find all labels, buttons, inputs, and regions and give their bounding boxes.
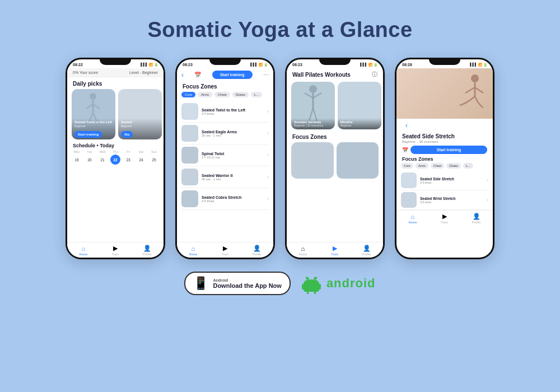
exercise-item-1[interactable]: Seated Twist to the Left 3-5 times ›	[181, 101, 269, 123]
tag-more-4[interactable]: L...	[463, 163, 473, 169]
train-icon: ▶	[113, 245, 118, 252]
ex-info-2: Seated Eagle Arms 30 sec - 1 min	[202, 130, 264, 137]
android-label: android	[326, 276, 376, 291]
svg-point-0	[90, 93, 96, 100]
phone-1-content: 0% Your score Level - Beginner Daily pic…	[67, 68, 164, 242]
pick-card-1-btn[interactable]: Start training	[74, 131, 102, 138]
pick-card-2-btn[interactable]: Sta	[121, 131, 133, 138]
featured-card-2[interactable]: Mindful Beginner	[338, 82, 381, 129]
cal-date-23[interactable]: 23	[123, 155, 133, 165]
nav-home-2[interactable]: ⌂ Home	[189, 245, 198, 256]
nav-train-3[interactable]: ▶ Train	[331, 245, 338, 256]
wall-pilates-header: Wall Pilates Workouts	[292, 72, 351, 78]
bottom-section: 📱 Android Download the App Now android	[184, 272, 375, 295]
phone-3: 08:23 ▌▌▌ 📶 🔋 Wall Pilates Workouts ⓘ	[285, 58, 385, 259]
more-icon-2[interactable]: ⋯	[263, 72, 269, 78]
phone-notch-3	[319, 59, 351, 65]
tag-chest[interactable]: Chest	[214, 92, 230, 97]
ex-info-4-1: Seated Side Stretch 3-5 times	[420, 177, 483, 184]
focus-zones-label-4: Focus Zones	[396, 155, 493, 163]
phone-4-nav: ⌂ Home ▶ Train 👤 Profile	[396, 210, 493, 226]
nav-train-label-2: Train	[221, 253, 228, 256]
exercise-item-5[interactable]: Seated Cobra Stretch 3-5 times ›	[181, 188, 269, 210]
ex-title-4-2: Seated Wrist Stretch	[420, 197, 483, 200]
status-icons-3: ▌▌▌ 📶 🔋	[360, 63, 377, 67]
ex-title-5: Seated Cobra Stretch	[202, 195, 264, 199]
exercise-item-4[interactable]: Seated Warrior II 30 sec - 1 min ›	[181, 166, 269, 188]
nav-profile-2[interactable]: 👤 Profile	[253, 245, 262, 256]
tag-more[interactable]: L...	[251, 92, 262, 97]
back-btn-4-wrap: ‹	[396, 119, 493, 130]
back-btn-2[interactable]: ‹	[181, 71, 184, 79]
cal-date-20[interactable]: 20	[85, 155, 95, 165]
nav-home-label-2: Home	[189, 253, 198, 256]
ex-sub-1: 3-5 times	[202, 112, 264, 115]
wifi-icon-3: 📶	[368, 63, 372, 67]
ex-title-1: Seated Twist to the Left	[202, 108, 264, 112]
nav-profile-4[interactable]: 👤 Profile	[472, 213, 481, 224]
app-download-btn[interactable]: 📱 Android Download the App Now	[184, 272, 290, 295]
start-training-btn-2[interactable]: Start training	[212, 71, 253, 79]
pick-card-2[interactable]: Seated Beginner Sta	[118, 89, 162, 139]
nav-train-2[interactable]: ▶ Train	[221, 245, 228, 256]
chevron-icon-5: ›	[267, 196, 269, 202]
ex-sub-4-1: 3-5 times	[420, 181, 483, 184]
level-text: Level - Beginner	[129, 71, 158, 74]
tag-core-4[interactable]: Core	[401, 163, 413, 169]
nav-train-label-1: Train	[111, 253, 118, 256]
exercise-item-4-1[interactable]: Seated Side Stretch 3-5 times ›	[401, 171, 488, 190]
tag-arms-4[interactable]: Arms	[416, 163, 428, 169]
cal-date-24[interactable]: 24	[136, 155, 146, 165]
time-2: 08:23	[183, 63, 193, 67]
cal-date-22[interactable]: 22	[110, 155, 120, 165]
time-1: 08:22	[73, 63, 83, 67]
focus-card-1[interactable]	[291, 142, 334, 179]
start-training-btn-4[interactable]: Start training	[410, 146, 487, 154]
phone-notch-4	[429, 59, 460, 65]
featured-card-1[interactable]: Somatic Serenity Beginner | 15 exercises	[291, 82, 335, 129]
schedule-label: Schedule • Today	[67, 139, 164, 150]
tag-glutes[interactable]: Glutes	[232, 92, 249, 97]
phone-2-header: ‹ 📅 Start training ⋯	[177, 68, 273, 81]
pick-card-1[interactable]: Seated Twist to the Left Beginner Start …	[72, 89, 115, 139]
cal-date-21[interactable]: 21	[97, 155, 108, 165]
cal-date-19[interactable]: 19	[72, 155, 82, 165]
ex-info-3: Spinal Twist 3 × 10-12 rep	[202, 152, 264, 159]
svg-line-9	[313, 93, 321, 98]
pick-card-1-sub: Beginner	[74, 124, 113, 128]
nav-home-4[interactable]: ⌂ Home	[409, 213, 417, 224]
home-icon-3: ⌂	[301, 245, 305, 252]
ex-thumb-1	[181, 103, 198, 120]
cal-date-25[interactable]: 25	[149, 155, 159, 165]
hero-figure	[454, 71, 487, 119]
tag-core[interactable]: Core	[181, 92, 195, 97]
chevron-icon-4-2: ›	[487, 197, 488, 203]
nav-home-1[interactable]: ⌂ Home	[80, 245, 88, 256]
profile-icon-3: 👤	[363, 245, 371, 252]
nav-profile-label-1: Profile	[143, 253, 152, 256]
profile-icon-2: 👤	[253, 245, 261, 252]
nav-home-3[interactable]: ⌂ Home	[299, 245, 307, 256]
android-icon	[301, 273, 322, 294]
exercise-item-3[interactable]: Spinal Twist 3 × 10-12 rep ›	[181, 144, 269, 166]
back-btn-4[interactable]: ‹	[401, 119, 412, 129]
wifi-icon-4: 📶	[478, 63, 482, 67]
exercise-item-2[interactable]: Seated Eagle Arms 30 sec - 1 min ›	[181, 123, 269, 144]
tag-glutes-4[interactable]: Glutes	[446, 163, 461, 169]
ex-sub-4-2: 3-5 times	[420, 200, 483, 204]
nav-profile-1[interactable]: 👤 Profile	[143, 245, 152, 256]
focus-card-2[interactable]	[337, 142, 379, 179]
tag-arms[interactable]: Arms	[198, 92, 212, 97]
nav-train-1[interactable]: ▶ Train	[111, 245, 118, 256]
nav-train-4[interactable]: ▶ Train	[441, 213, 447, 224]
battery-icon: 🔋	[154, 63, 158, 67]
pick-card-2-title: Seated	[121, 120, 159, 124]
ex-thumb-4-2	[401, 192, 417, 208]
calendar-icon-4[interactable]: 📅	[402, 147, 408, 153]
calendar-icon-2[interactable]: 📅	[194, 72, 201, 78]
nav-profile-3[interactable]: 👤 Profile	[362, 245, 371, 256]
exercise-item-4-2[interactable]: Seated Wrist Stretch 3-5 times ›	[401, 190, 488, 210]
svg-point-12	[471, 74, 479, 82]
info-icon-3[interactable]: ⓘ	[372, 71, 377, 78]
tag-chest-4[interactable]: Chest	[431, 163, 444, 169]
